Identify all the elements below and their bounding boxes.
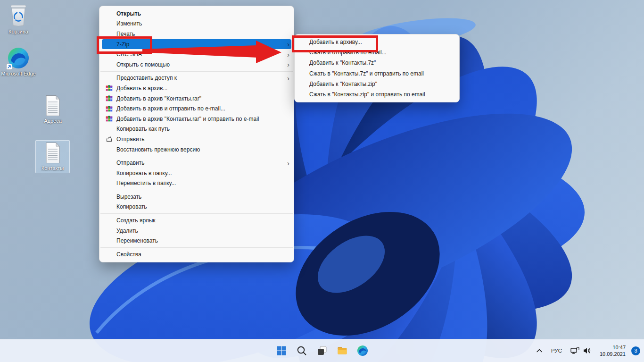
icon-slot (105, 179, 113, 187)
taskbar-file-explorer-button[interactable] (333, 341, 352, 360)
context-menu-item[interactable]: Восстановить прежнюю версию (102, 144, 291, 155)
icon-slot (105, 30, 113, 38)
menu-item-label: Печать (116, 31, 291, 37)
context-menu-item[interactable]: Отправить› (102, 158, 291, 168)
submenu-chevron-icon: › (287, 75, 289, 82)
submenu-chevron-icon: › (287, 41, 289, 48)
edge-icon (357, 345, 368, 356)
menu-item-label: Восстановить прежнюю версию (116, 146, 291, 153)
icon-slot (105, 237, 113, 244)
menu-item-label: Открыть с помощью (116, 61, 287, 68)
context-menu-item-7zip[interactable]: 7-Zip› (102, 39, 291, 50)
start-icon (276, 345, 287, 356)
recycle-bin-icon (8, 3, 29, 27)
context-menu-item[interactable]: Открыть (102, 8, 291, 19)
context-menu-item[interactable]: Добавить в архив и отправить по e-mail..… (102, 103, 291, 114)
menu-item-label: Удалить (116, 227, 291, 234)
context-menu-item[interactable]: Добавить в архив "Контакты.rar" (102, 93, 291, 104)
document-icon (44, 95, 61, 117)
context-menu-item[interactable]: Добавить в архив "Контакты.rar" и отправ… (102, 114, 291, 124)
icon-slot (105, 74, 113, 82)
tray-language-indicator[interactable]: РУС (548, 342, 565, 359)
menu-item-label: Отправить (116, 160, 287, 166)
menu-separator (100, 71, 293, 72)
menu-item-label: 7-Zip (116, 41, 287, 48)
context-menu-item[interactable]: Копировать (102, 202, 291, 212)
context-menu-item[interactable]: Печать (102, 29, 291, 39)
desktop-icon-recycle-bin[interactable]: Корзина (3, 3, 34, 35)
desktop-icon-contacts[interactable]: Контакты (35, 140, 70, 173)
clock[interactable]: 10:47 10.09.2021 (597, 342, 628, 359)
document-icon (44, 142, 61, 164)
date-label: 10.09.2021 (600, 351, 626, 357)
tray-network-volume[interactable] (568, 342, 594, 359)
time-label: 10:47 (600, 344, 626, 351)
desktop-icon-addresses[interactable]: Адреса (38, 95, 68, 124)
menu-item-label: Изменить (116, 20, 291, 27)
context-menu-item[interactable]: Добавить в архив... (102, 83, 291, 93)
7zip-submenu: Добавить к архиву...Сжать и отправить по… (294, 34, 460, 102)
taskbar-search-button[interactable] (292, 341, 311, 360)
context-menu-item[interactable]: Копировать как путь (102, 124, 291, 135)
share-icon (105, 135, 113, 143)
context-menu-item[interactable]: Отправить (102, 134, 291, 144)
tray-show-hidden-icons-button[interactable] (533, 342, 545, 359)
context-menu-item[interactable]: Копировать в папку... (102, 168, 291, 178)
icon-slot (105, 193, 113, 201)
winrar-icon (105, 105, 113, 112)
taskbar-start-button[interactable] (272, 341, 291, 360)
submenu-chevron-icon: › (287, 160, 289, 167)
taskbar-task-view-button[interactable] (313, 341, 331, 360)
menu-item-label: Копировать как путь (116, 126, 291, 132)
context-menu-item[interactable]: CRC SHA› (102, 49, 291, 59)
context-menu-item[interactable]: Предоставить доступ к› (102, 73, 291, 84)
desktop-icon-microsoft-edge[interactable]: Microsoft Edge (1, 47, 36, 77)
submenu-item[interactable]: Сжать в "Контакты.7z" и отправить по ema… (297, 68, 457, 79)
icon-slot (105, 217, 113, 224)
menu-item-label: Предоставить доступ к (116, 75, 287, 81)
taskbar-edge-button[interactable] (353, 341, 372, 360)
icon-slot (105, 203, 113, 210)
context-menu: ОткрытьИзменитьПечать7-Zip›CRC SHA›Откры… (99, 6, 294, 262)
submenu-item-add-to-archive[interactable]: Добавить к архиву... (297, 37, 457, 47)
submenu-item[interactable]: Добавить к "Контакты.7z" (297, 58, 457, 68)
submenu-item[interactable]: Сжать в "Контакты.zip" и отправить по em… (297, 89, 457, 100)
icon-slot (105, 227, 113, 235)
menu-item-label: Переименовать (116, 237, 291, 244)
menu-item-label: Добавить в архив... (116, 85, 291, 92)
chevron-up-icon (536, 348, 543, 354)
network-icon (570, 347, 579, 354)
menu-item-label: Сжать в "Контакты.zip" и отправить по em… (309, 91, 457, 98)
context-menu-item[interactable]: Переименовать (102, 236, 291, 246)
submenu-item[interactable]: Добавить к "Контакты.zip" (297, 79, 457, 89)
menu-item-label: Добавить в архив "Контакты.rar" и отправ… (116, 116, 291, 122)
desktop-icon-label: Корзина (8, 29, 28, 35)
context-menu-item[interactable]: Создать ярлык (102, 215, 291, 226)
notification-badge[interactable]: 3 (631, 346, 640, 355)
menu-item-label: Добавить к "Контакты.zip" (309, 81, 457, 87)
menu-separator (100, 247, 293, 248)
menu-item-label: Сжать в "Контакты.7z" и отправить по ema… (309, 70, 457, 77)
icon-slot (105, 51, 113, 58)
icon-slot (105, 169, 113, 177)
winrar-icon (105, 95, 113, 102)
context-menu-item[interactable]: Переместить в папку... (102, 178, 291, 189)
menu-item-label: Отправить (116, 136, 291, 143)
context-menu-item[interactable]: Открыть с помощью› (102, 59, 291, 70)
context-menu-item[interactable]: Изменить (102, 19, 291, 29)
task-view-icon (316, 345, 328, 356)
menu-item-label: Копировать в папку... (116, 170, 291, 177)
context-menu-item[interactable]: Вырезать (102, 192, 291, 202)
search-icon (296, 345, 307, 356)
menu-item-label: CRC SHA (116, 51, 287, 58)
menu-separator (100, 213, 293, 214)
winrar-icon (105, 115, 113, 123)
context-menu-item[interactable]: Свойства (102, 249, 291, 260)
desktop-icon-label: Адреса (44, 118, 62, 124)
submenu-chevron-icon: › (287, 51, 289, 58)
menu-item-label: Добавить к "Контакты.7z" (309, 59, 457, 66)
menu-separator (100, 156, 293, 156)
submenu-item[interactable]: Сжать и отправить по email... (297, 47, 457, 58)
icon-slot (105, 20, 113, 27)
context-menu-item[interactable]: Удалить (102, 226, 291, 236)
